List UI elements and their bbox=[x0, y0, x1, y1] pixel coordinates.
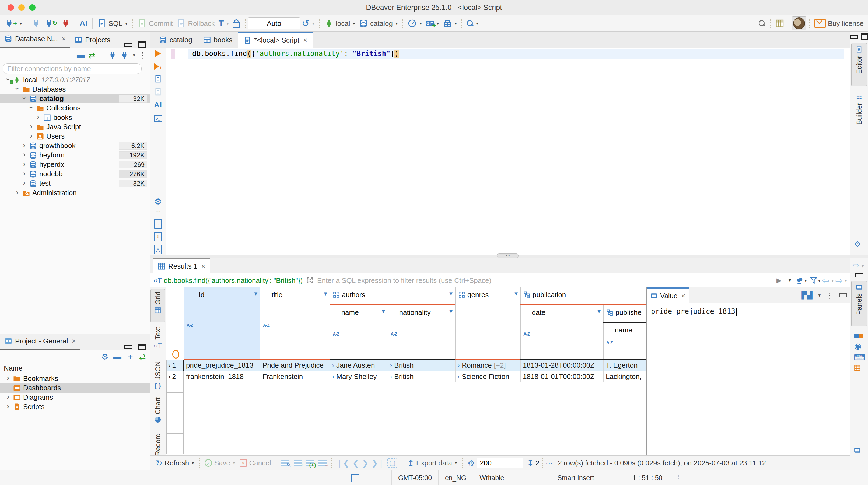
tab-project-general[interactable]: Project - General × bbox=[0, 333, 80, 350]
chevron-expanded-icon[interactable]: › bbox=[13, 86, 22, 92]
cell-id-1[interactable]: pride_prejudice_1813 bbox=[184, 360, 260, 371]
maximize-panel-icon[interactable] bbox=[138, 344, 146, 350]
column-header-genres[interactable]: genres ▼ bbox=[455, 287, 520, 360]
collapse-all-icon[interactable]: ▬ bbox=[77, 51, 85, 60]
cell-date-2[interactable]: 1818-01-01T00:00:00Z bbox=[520, 371, 603, 383]
transaction-history-button[interactable]: ↺ ▾ bbox=[302, 18, 314, 29]
chevron-expanded-icon[interactable]: › bbox=[20, 96, 29, 101]
link-with-editor-icon[interactable]: ⇄ bbox=[89, 51, 95, 60]
open-file-button[interactable]: → bbox=[150, 219, 166, 228]
cell-publisher-1[interactable]: T. Egerton bbox=[603, 360, 646, 371]
fetch-all-icon[interactable]: ↧ bbox=[527, 458, 534, 468]
cell-nationality-1[interactable]: ›British bbox=[388, 360, 455, 371]
git-button[interactable]: GIT ▾ bbox=[426, 21, 439, 26]
chevron-down-icon[interactable]: ▾ bbox=[818, 293, 820, 298]
minimize-panel-icon[interactable] bbox=[124, 345, 132, 349]
tree-item-growthbook[interactable]: › growthbook 6.2K bbox=[0, 141, 150, 151]
fetch-size-input[interactable] bbox=[477, 458, 523, 468]
filter-expression-input[interactable]: Enter a SQL expression to filter results… bbox=[317, 277, 491, 285]
chevron-collapsed-icon[interactable]: › bbox=[22, 151, 27, 159]
transaction-log-button[interactable]: T ▾ bbox=[219, 19, 229, 29]
expand-icon[interactable]: › bbox=[332, 373, 334, 380]
minimize-panel-icon[interactable] bbox=[855, 273, 863, 278]
close-icon[interactable]: × bbox=[201, 262, 205, 270]
chevron-down-icon[interactable]: ▾ bbox=[818, 278, 820, 283]
new-connection-button[interactable]: + ▾ bbox=[5, 19, 22, 28]
keyboard-icon[interactable]: ⌨ bbox=[854, 353, 865, 362]
cell-publisher-2[interactable]: Lackington, bbox=[603, 371, 646, 383]
expand-icon[interactable]: › bbox=[390, 362, 392, 369]
result-grid[interactable]: A-Z _id ▼ A-Z title ▼ authors ▼ bbox=[166, 287, 646, 455]
delete-file-button[interactable]: [×] bbox=[150, 245, 166, 254]
tree-item-scripts[interactable]: › Scripts bbox=[0, 402, 150, 412]
minimize-panel-icon[interactable] bbox=[839, 293, 847, 297]
perspective-icon[interactable] bbox=[351, 474, 359, 482]
tab-text[interactable]: Text ‹›T bbox=[151, 325, 165, 357]
tree-item-books[interactable]: › books bbox=[0, 113, 150, 122]
chevron-collapsed-icon[interactable]: › bbox=[35, 113, 41, 121]
first-row-button[interactable]: ❘❮ bbox=[337, 459, 349, 467]
column-header-publication[interactable]: publication bbox=[520, 287, 646, 304]
execute-new-tab-button[interactable]: + bbox=[150, 63, 166, 72]
tab-chart[interactable]: Chart bbox=[151, 395, 165, 429]
tab-json[interactable]: JSON { } bbox=[151, 359, 165, 393]
filter-forward-icon[interactable]: ⇨ bbox=[835, 275, 843, 286]
cell-author-name-2[interactable]: ›Mary Shelley bbox=[330, 371, 388, 383]
execute-script-button[interactable] bbox=[150, 75, 166, 85]
buy-license-button[interactable]: Buy license bbox=[814, 19, 864, 28]
cancel-button[interactable]: × Cancel bbox=[240, 459, 271, 467]
expand-row-icon[interactable]: › bbox=[168, 361, 170, 369]
tab-value[interactable]: Value × bbox=[647, 287, 689, 303]
button-panel-icon[interactable]: ◉ bbox=[854, 341, 861, 351]
column-menu-icon[interactable]: ▼ bbox=[253, 291, 258, 297]
close-icon[interactable]: × bbox=[681, 292, 685, 300]
search-button[interactable]: ▾ bbox=[467, 20, 478, 27]
expand-row-icon[interactable]: › bbox=[168, 373, 170, 381]
commit-button[interactable]: Commit bbox=[137, 19, 173, 28]
column-menu-icon[interactable]: ▼ bbox=[448, 309, 454, 315]
value-content[interactable]: pride_prejudice_1813 bbox=[651, 308, 737, 316]
tree-item-administration[interactable]: › Administration bbox=[0, 188, 150, 198]
chevron-down-icon[interactable]: ▾ bbox=[804, 278, 807, 283]
column-header-nationality[interactable]: A-Z nationality ▼ bbox=[388, 305, 455, 360]
disconnect-button[interactable] bbox=[61, 19, 70, 28]
chevron-collapsed-icon[interactable]: › bbox=[5, 393, 11, 401]
save-file-button[interactable]: ! bbox=[150, 231, 166, 241]
chevron-collapsed-icon[interactable]: › bbox=[22, 160, 27, 168]
tab-builder-vertical[interactable]: ☷ Builder bbox=[851, 90, 867, 138]
duplicate-row-button[interactable]: (+) bbox=[306, 460, 314, 466]
minimize-panel-icon[interactable] bbox=[850, 35, 858, 39]
link-with-editor-icon[interactable]: ⇄ bbox=[139, 352, 146, 361]
cell-genres-1[interactable]: ›Romance[+2] bbox=[455, 360, 520, 371]
chevron-collapsed-icon[interactable]: › bbox=[22, 179, 27, 187]
connection-filter-input[interactable] bbox=[3, 63, 142, 74]
tab-database-navigator[interactable]: Database N... × bbox=[0, 31, 70, 48]
chevron-collapsed-icon[interactable]: › bbox=[5, 374, 11, 382]
column-header-publisher-name[interactable]: A-Z name bbox=[603, 323, 646, 360]
editor-settings-button[interactable]: ⚙ bbox=[150, 196, 166, 207]
tab-books[interactable]: books bbox=[197, 32, 238, 48]
tree-item-nodebb[interactable]: › nodebb 276K bbox=[0, 169, 150, 179]
expand-icon[interactable]: › bbox=[390, 373, 392, 380]
connect-button[interactable] bbox=[31, 19, 41, 28]
apply-filter-icon[interactable]: ▶ bbox=[776, 277, 781, 284]
cell-date-1[interactable]: 1813-01-28T00:00:00Z bbox=[520, 360, 603, 371]
reconnect-button[interactable]: ↻ bbox=[44, 19, 57, 28]
tab-results-1[interactable]: Results 1 × bbox=[153, 258, 210, 273]
panel-layout-icon[interactable] bbox=[854, 447, 861, 456]
expand-icon[interactable]: › bbox=[332, 362, 334, 369]
refresh-button[interactable]: ↻ Refresh ▾ bbox=[156, 458, 194, 468]
tree-item-users[interactable]: › Users bbox=[0, 132, 150, 141]
quick-search-button[interactable] bbox=[759, 20, 765, 27]
cell-genres-2[interactable]: ›Science Fiction bbox=[455, 371, 520, 383]
gear-icon[interactable]: ⚙ bbox=[101, 352, 108, 361]
maximize-panel-icon[interactable] bbox=[138, 41, 146, 48]
next-row-button[interactable]: ❯ bbox=[362, 459, 368, 467]
cell-author-name-1[interactable]: ›Jane Austen bbox=[330, 360, 388, 371]
column-header-authors[interactable]: authors ▼ bbox=[330, 287, 455, 304]
rollback-button[interactable]: Rollback bbox=[177, 19, 215, 28]
tree-item-diagrams[interactable]: › Diagrams bbox=[0, 393, 150, 402]
column-menu-icon[interactable]: ▼ bbox=[596, 309, 602, 315]
chevron-expanded-icon[interactable]: › bbox=[27, 105, 35, 110]
column-menu-icon[interactable]: ▼ bbox=[448, 291, 454, 297]
